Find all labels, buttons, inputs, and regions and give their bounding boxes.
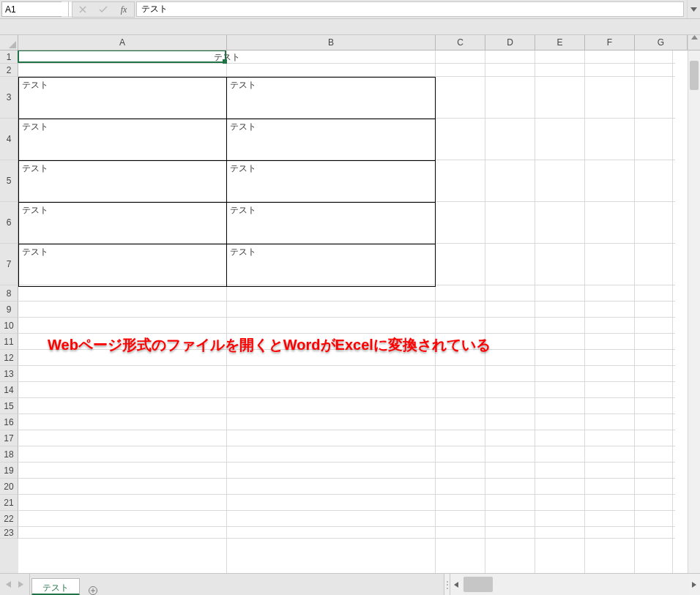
sheet-tab-active[interactable]: テスト [31, 578, 80, 595]
row-header-20[interactable]: 20 [0, 479, 18, 495]
row-header-18[interactable]: 18 [0, 446, 18, 463]
row-header-4[interactable]: 4 [0, 119, 18, 160]
tab-nav[interactable] [0, 574, 30, 595]
row-header-16[interactable]: 16 [0, 414, 18, 430]
table-row: テストテスト [19, 119, 435, 161]
cell[interactable]: テスト [19, 203, 227, 244]
row-header-23[interactable]: 23 [0, 527, 18, 539]
row-header-3[interactable]: 3 [0, 77, 18, 119]
cell[interactable]: テスト [19, 244, 227, 286]
select-all-corner[interactable] [0, 35, 18, 50]
spreadsheet: ABCDEFG 12345678910111213141516171819202… [0, 35, 700, 573]
row-header-21[interactable]: 21 [0, 495, 18, 511]
col-header-D[interactable]: D [485, 35, 535, 50]
table-row: テストテスト [19, 161, 435, 203]
table-row: テストテスト [19, 244, 435, 286]
hscroll-gripper[interactable]: ⋮ [444, 574, 450, 595]
row-header-12[interactable]: 12 [0, 350, 18, 366]
hscroll-right[interactable] [688, 574, 700, 595]
enter-button [93, 2, 113, 17]
cell[interactable]: テスト [19, 119, 227, 160]
name-box[interactable] [1, 1, 62, 17]
cancel-button [72, 2, 93, 17]
cell[interactable]: テスト [227, 244, 435, 286]
row-header-6[interactable]: 6 [0, 202, 18, 244]
vertical-scrollbar[interactable] [688, 50, 700, 573]
row-header-7[interactable]: 7 [0, 244, 18, 285]
cell[interactable]: テスト [227, 119, 435, 160]
column-headers: ABCDEFG [0, 35, 700, 50]
col-header-F[interactable]: F [585, 35, 635, 50]
formula-input[interactable]: テスト [136, 1, 684, 17]
col-header-B[interactable]: B [227, 35, 436, 50]
cell[interactable]: テスト [227, 203, 435, 244]
annotation-text: Webページ形式のファイルを開くとWordがExcelに変換されている [48, 335, 491, 355]
formula-bar-expand[interactable] [687, 0, 700, 18]
tab-nav-next[interactable] [18, 581, 23, 588]
row-header-19[interactable]: 19 [0, 463, 18, 479]
cell[interactable]: テスト [19, 161, 227, 202]
cells-area[interactable]: テストテストテストテストテストテストテストテストテストテストテストWebページ形… [18, 50, 688, 573]
row-header-13[interactable]: 13 [0, 366, 18, 382]
sheet-tab-bar: テスト ⋮ [0, 573, 700, 595]
tab-nav-prev[interactable] [6, 581, 11, 588]
cell[interactable]: テスト [227, 161, 435, 202]
title-cell[interactable]: テスト [18, 50, 436, 64]
row-header-5[interactable]: 5 [0, 160, 18, 202]
row-header-1[interactable]: 1 [0, 50, 18, 64]
horizontal-scrollbar[interactable]: ⋮ [444, 574, 700, 595]
row-header-10[interactable]: 10 [0, 318, 18, 334]
formula-controls: fx [72, 1, 135, 18]
col-header-C[interactable]: C [436, 35, 485, 50]
col-header-G[interactable]: G [635, 35, 688, 50]
row-header-2[interactable]: 2 [0, 64, 18, 77]
row-headers: 1234567891011121314151617181920212223 [0, 50, 18, 573]
formula-input-text: テスト [141, 3, 168, 15]
row-header-22[interactable]: 22 [0, 511, 18, 527]
table-row: テストテスト [19, 203, 435, 244]
hscroll-thumb[interactable] [463, 577, 493, 592]
vscroll-up[interactable] [688, 35, 700, 50]
formula-bar: fx テスト [0, 0, 700, 19]
row-header-8[interactable]: 8 [0, 285, 18, 302]
table-row: テストテスト [19, 78, 435, 119]
hscroll-left[interactable] [450, 574, 462, 595]
vscroll-thumb[interactable] [690, 61, 699, 90]
col-header-E[interactable]: E [535, 35, 585, 50]
row-header-9[interactable]: 9 [0, 302, 18, 318]
row-header-11[interactable]: 11 [0, 334, 18, 350]
divider [0, 19, 700, 35]
row-header-14[interactable]: 14 [0, 382, 18, 398]
cell[interactable]: テスト [227, 78, 435, 119]
insert-function-button[interactable]: fx [113, 2, 134, 17]
cell[interactable]: テスト [19, 78, 227, 119]
content-table: テストテストテストテストテストテストテストテストテストテスト [18, 77, 436, 287]
row-header-15[interactable]: 15 [0, 398, 18, 414]
col-header-A[interactable]: A [18, 35, 227, 50]
new-sheet-button[interactable] [83, 586, 103, 595]
row-header-17[interactable]: 17 [0, 430, 18, 446]
